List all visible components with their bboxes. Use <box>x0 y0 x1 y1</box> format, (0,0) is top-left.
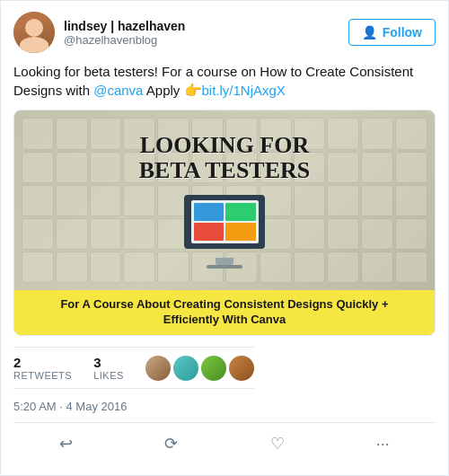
avatar <box>13 12 55 53</box>
like-button[interactable]: ♡ <box>252 430 303 457</box>
tweet-stats: 2 RETWEETS 3 LIKES <box>13 347 254 389</box>
yellow-banner: For A Course About Creating Consistent D… <box>14 290 435 335</box>
liker-avatar-1 <box>145 356 171 381</box>
user-info: lindsey | hazelhaven @hazelhavenblog <box>13 12 185 53</box>
monitor-base <box>207 265 242 269</box>
monitor-stand <box>216 258 233 265</box>
retweets-stat: 2 RETWEETS <box>13 355 72 381</box>
screen-tile-3 <box>194 223 224 241</box>
monitor-screen <box>191 200 259 243</box>
follow-icon: 👤 <box>362 25 377 40</box>
retweet-button[interactable]: ⟳ <box>146 430 196 457</box>
liker-avatar-4 <box>229 356 254 381</box>
image-overlay: LOOKING FOR BETA TESTERS <box>130 124 320 278</box>
follow-label: Follow <box>383 25 422 40</box>
tweet-mention[interactable]: @canva <box>93 83 143 98</box>
likes-stat: 3 LIKES <box>93 355 124 381</box>
tweet-image[interactable]: LOOKING FOR BETA TESTERS <box>13 110 436 336</box>
tweet-actions: ↩ ⟳ ♡ ··· <box>13 422 436 464</box>
retweet-icon: ⟳ <box>164 435 178 453</box>
reply-button[interactable]: ↩ <box>41 430 91 457</box>
tweet-container: lindsey | hazelhaven @hazelhavenblog 👤 F… <box>1 1 448 464</box>
monitor-image <box>184 195 265 249</box>
username: @hazelhavenblog <box>64 33 185 47</box>
title-line1: LOOKING FOR <box>140 132 310 158</box>
screen-tile-4 <box>225 223 256 241</box>
tweet-text: Looking for beta testers! For a course o… <box>13 62 436 101</box>
tweet-text-part2: Apply <box>143 83 183 98</box>
more-icon: ··· <box>376 435 390 453</box>
image-title: LOOKING FOR BETA TESTERS <box>139 133 311 184</box>
liker-avatars <box>145 355 254 381</box>
title-line2: BETA TESTERS <box>139 157 311 183</box>
tweet-emoji: 👉 <box>184 83 202 98</box>
tweet-link[interactable]: bit.ly/1NjAxgX <box>202 83 286 98</box>
likes-count: 3 <box>93 355 124 370</box>
image-background: LOOKING FOR BETA TESTERS <box>14 110 435 290</box>
retweets-count: 2 <box>13 355 72 370</box>
reply-icon: ↩ <box>59 435 73 453</box>
like-icon: ♡ <box>270 435 285 453</box>
screen-tile-1 <box>194 203 224 221</box>
screen-tile-2 <box>225 203 256 221</box>
user-names: lindsey | hazelhaven @hazelhavenblog <box>64 19 185 47</box>
liker-avatar-3 <box>201 356 226 381</box>
liker-avatar-2 <box>173 356 198 381</box>
follow-button[interactable]: 👤 Follow <box>348 19 436 46</box>
retweets-label: RETWEETS <box>13 370 72 381</box>
tweet-header: lindsey | hazelhaven @hazelhavenblog 👤 F… <box>13 12 436 53</box>
timestamp: 5:20 AM · 4 May 2016 <box>13 396 436 422</box>
tweet-stats-row: 2 RETWEETS 3 LIKES <box>13 347 436 396</box>
more-button[interactable]: ··· <box>358 430 408 457</box>
display-name: lindsey | hazelhaven <box>64 19 185 33</box>
likes-label: LIKES <box>93 370 124 381</box>
